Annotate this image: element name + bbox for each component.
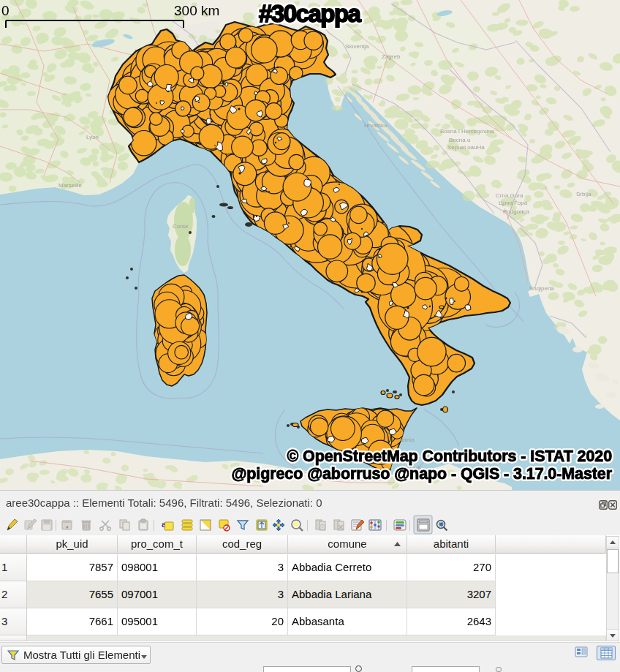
svg-text:ε: ε — [162, 518, 166, 529]
svg-text:Цpнa Гopa: Цpнa Гopa — [499, 200, 528, 206]
svg-text:Corse: Corse — [173, 223, 189, 230]
svg-text:0: 0 — [1, 3, 10, 18]
svg-text:@pigreco @aborruso @napo - QGI: @pigreco @aborruso @napo - QGIS - 3.17.0… — [231, 465, 612, 483]
svg-text:Marseille: Marseille — [58, 182, 83, 189]
svg-text:Shqiperia: Shqiperia — [529, 285, 554, 292]
svg-text:Bosna i Hercegovina: Bosna i Hercegovina — [440, 128, 494, 135]
svg-text:300 km: 300 km — [174, 3, 219, 18]
svg-text:Crna Gora: Crna Gora — [496, 192, 523, 199]
svg-text:Xepuel oauHa: Xepuel oauHa — [447, 144, 485, 151]
svg-text:Zagreb: Zagreb — [382, 53, 401, 60]
svg-text:Srbija: Srbija — [576, 191, 591, 197]
svg-text:© OpenStreetMap Contributors -: © OpenStreetMap Contributors - ISTAT 202… — [287, 448, 612, 465]
svg-text:Bocna u: Bocna u — [449, 137, 470, 143]
svg-text:#30cappa: #30cappa — [259, 0, 362, 27]
svg-text:Slovenija: Slovenija — [345, 43, 369, 50]
svg-text:Hrvatska: Hrvatska — [364, 122, 388, 129]
svg-text:Podgorica: Podgorica — [503, 208, 530, 215]
svg-text:Lyon: Lyon — [86, 134, 99, 140]
